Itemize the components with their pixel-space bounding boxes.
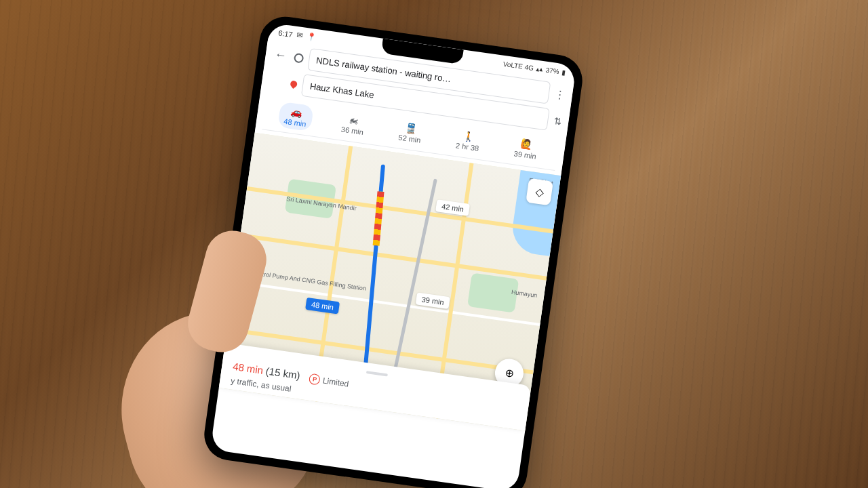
summary-distance: (15 km): [265, 365, 301, 382]
sheet-handle[interactable]: [366, 371, 388, 376]
map-canvas[interactable]: 48 min 42 min 39 min Sri Laxmi Narayan M…: [219, 133, 561, 431]
mode-transit-label: 52 min: [398, 133, 421, 144]
crosshair-icon: ⊕: [504, 366, 515, 380]
mode-transit[interactable]: 🚆52 min: [392, 117, 429, 147]
mode-walk-label: 2 hr 38: [455, 141, 479, 152]
mode-motorcycle[interactable]: 🏍36 min: [335, 110, 372, 140]
transit-icon: 🚆: [405, 122, 418, 134]
status-time: 6:17: [278, 28, 294, 39]
swap-button[interactable]: ⇅: [553, 115, 562, 127]
parking-icon: P: [309, 373, 321, 386]
signal-icon: ▴▴: [536, 65, 543, 73]
layers-icon: ◇: [534, 185, 545, 199]
battery-pct: 37%: [545, 66, 559, 76]
mode-rideshare-label: 39 min: [513, 149, 536, 160]
location-icon: 📍: [307, 32, 317, 42]
parking-status: Limited: [322, 375, 349, 388]
origin-icon: [294, 52, 304, 63]
motorcycle-icon: 🏍: [349, 114, 359, 126]
summary-time: 48 min: [232, 361, 264, 376]
mode-walk[interactable]: 🚶2 hr 38: [450, 125, 487, 156]
mode-car-label: 48 min: [283, 117, 307, 128]
mode-rideshare[interactable]: 🙋39 min: [508, 134, 545, 163]
overflow-menu-button[interactable]: ⋮: [554, 87, 566, 102]
layers-button[interactable]: ◇: [526, 178, 553, 206]
mode-motorcycle-label: 36 min: [340, 125, 363, 136]
mail-icon: ✉: [296, 30, 304, 40]
rideshare-icon: 🙋: [520, 138, 533, 150]
car-icon: 🚗: [290, 106, 303, 118]
battery-icon: ▮: [561, 68, 566, 77]
walk-icon: 🚶: [462, 130, 475, 142]
destination-icon: [289, 79, 298, 89]
mode-car[interactable]: 🚗48 min: [277, 102, 314, 131]
back-button[interactable]: ←: [272, 47, 290, 63]
network-label: VoLTE 4G: [502, 60, 534, 72]
